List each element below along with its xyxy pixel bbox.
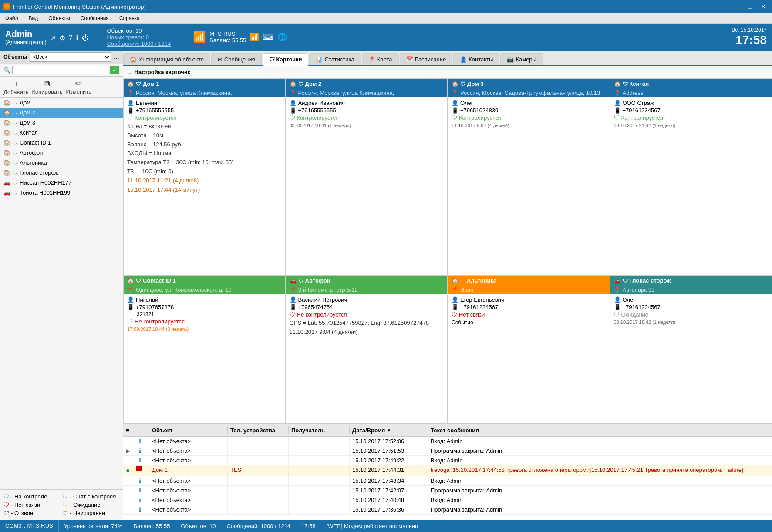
search-input[interactable]: [12, 66, 108, 74]
msg-datetime: 15.10.2017 17:43:34: [350, 476, 428, 485]
minimize-btn[interactable]: —: [731, 3, 742, 10]
sidebar-item-ksital[interactable]: 🏠 🛡 Кситал: [0, 128, 123, 138]
msg-row-6[interactable]: ℹ <Нет объекта> 15.10.2017 17:42:07 Прог…: [123, 486, 772, 495]
card-dom3-addr-text: Россия, Москва, Садова-Триумфальная улиц…: [460, 90, 600, 96]
msg-object: <Нет объекта>: [149, 456, 228, 465]
provider-name: MTS-RUS: [209, 30, 246, 37]
sidebar-item-dom2[interactable]: 🏠 🛡 Дом 2: [0, 108, 123, 118]
msg-row-4[interactable]: ● Дом 1 TEST 15.10.2017 17:44:31 trevoga…: [123, 465, 772, 476]
shield-icon: 🛡: [298, 81, 303, 87]
shield-status-icon: 🛡: [614, 114, 620, 121]
legend-waiting: 🛡 - Ожидание: [62, 502, 119, 508]
card-altonika: 🏠 ⚠ Альтоника 📍 Иван 👤 Егор Евгеньевич: [448, 275, 610, 424]
info-icon[interactable]: ℹ: [76, 34, 78, 42]
col-text: Текст сообщения: [428, 426, 772, 434]
logout-icon[interactable]: ↗: [50, 34, 56, 42]
card-dom1-addr: 📍 Россия, Москва, улица Климашкина,: [124, 89, 285, 97]
tab-stats[interactable]: 📊 Статистика: [309, 53, 361, 65]
msg-phone: [228, 486, 289, 495]
msg-row-2[interactable]: ▶ ℹ <Нет объекта> 15.10.2017 17:51:53 Пр…: [123, 446, 772, 456]
msg-row-5[interactable]: ℹ <Нет объекта> 15.10.2017 17:43:34 Вход…: [123, 476, 772, 486]
msg-row-3[interactable]: ℹ <Нет объекта> 15.10.2017 17:49:22 Вход…: [123, 456, 772, 465]
msg-red-square: [136, 466, 142, 471]
tab-map[interactable]: 📍 Карта: [362, 53, 399, 65]
card-avtofon-header: 🚗 🛡 Автофон: [286, 276, 448, 286]
msg-row-7[interactable]: ℹ <Нет объекта> 15.10.2017 17:40:48 Вход…: [123, 495, 772, 505]
status-icon: 🛡: [12, 159, 18, 166]
item-label: Ниссан H002НН177: [20, 179, 71, 186]
home-icon: 🏠: [452, 277, 458, 284]
edit-button[interactable]: ✏ Изменить: [66, 79, 91, 95]
card-ksital-phone: 📱 +79161234567: [614, 107, 769, 114]
globe-icon: 🌐: [277, 32, 287, 42]
menu-file[interactable]: Файл: [3, 14, 20, 22]
status-messages: Сообщений: 1000 / 1214: [221, 520, 296, 532]
menu-view[interactable]: Вид: [27, 14, 40, 22]
sidebar-item-glonas[interactable]: 🏠 🛡 Глонас сторож: [0, 168, 123, 178]
tab-cards[interactable]: 🛡 Карточки: [263, 53, 309, 66]
card-glonas-header: 🚗 🛡 Глонас сторож: [610, 276, 772, 286]
close-btn[interactable]: ✕: [758, 3, 769, 10]
tab-messages-icon: ✉: [218, 56, 222, 63]
status-icon: 🛡: [12, 119, 18, 126]
msg-text: Вход: Admin: [428, 476, 772, 485]
card-glonas-status-text: Ожидание: [621, 311, 649, 318]
sidebar-item-avtofon[interactable]: 🏠 🛡 Автофон: [0, 148, 123, 158]
date-detail: 11.10.2017 9:04 (4 дня/ей): [290, 328, 444, 337]
card-dom2-phone-num: +79165555555: [298, 107, 336, 114]
add-button[interactable]: ＋ Добавить: [3, 78, 28, 95]
col-phone: Тел. устройства: [228, 426, 289, 434]
sidebar-item-altonika[interactable]: 🏠 🛡 Альтоника: [0, 158, 123, 168]
pin-icon: 📍: [614, 286, 621, 293]
legend: 🛡 - На контроле 🛡 - Снят с контроля 🛡 - …: [0, 489, 123, 520]
msg-object: <Нет объекта>: [149, 476, 228, 485]
maximize-btn[interactable]: □: [746, 3, 755, 10]
copy-button[interactable]: ⧉ Копировать: [32, 79, 62, 95]
sidebar-item-contactid1[interactable]: 🏠 🛡 Contact ID 1: [0, 138, 123, 148]
sidebar-item-toyota[interactable]: 🚗 🛡 Тойота H001НН199: [0, 188, 123, 198]
card-avtofon: 🚗 🛡 Автофон 📍 3-й Километр, стр.5/12 👤 В…: [286, 275, 448, 424]
title-bar: 🔶 Frontier Central Monitoring Station (А…: [0, 0, 772, 13]
tab-cameras[interactable]: 📷 Камеры: [500, 53, 543, 65]
menu-messages[interactable]: Сообщения: [79, 14, 111, 22]
card-avtofon-addr: 📍 3-й Километр, стр.5/12: [286, 286, 448, 294]
messages-count[interactable]: Сообщений: 1000 / 1214: [107, 40, 171, 47]
card-contactid1-header: 🏠 🛡 Contact ID 1: [124, 276, 285, 286]
sidebar-item-dom3[interactable]: 🏠 🛡 Дом 3: [0, 118, 123, 128]
sidebar-filter-select[interactable]: <Все>: [30, 52, 111, 62]
card-dom3-date: 11.10.2017 9:04 (4 дня/ей): [452, 123, 606, 128]
card-dom2-contact-name: Андрей Иванович: [298, 100, 345, 106]
sidebar-more-btn[interactable]: ...: [114, 53, 119, 61]
tab-schedule-label: Расписание: [415, 56, 446, 63]
msg-row-8[interactable]: ℹ <Нет объекта> 15.10.2017 17:36:36 Прог…: [123, 505, 772, 515]
card-dom2-addr: 📍 Россия, Москва, улица Климашкина,: [286, 89, 448, 97]
card-altonika-event: Событие =: [452, 320, 606, 326]
help-icon[interactable]: ?: [69, 34, 73, 42]
msg-expand[interactable]: ▶: [123, 446, 136, 455]
phone-icon: 📱: [127, 107, 134, 114]
phone-icon: 📱: [614, 107, 621, 114]
msg-icon2: ℹ: [136, 476, 149, 485]
msg-datetime: 15.10.2017 17:44:31: [350, 465, 428, 476]
tab-cameras-label: Камеры: [516, 56, 536, 63]
sidebar-search: 🔍 ✓: [0, 64, 123, 77]
tab-info[interactable]: 🏠 Информация об объекте: [123, 53, 210, 65]
card-glonas-addr-text: Автопарк 31: [623, 286, 655, 293]
tab-schedule[interactable]: 📅 Расписание: [400, 53, 453, 65]
tab-messages[interactable]: ✉ Сообщения: [211, 53, 262, 65]
menu-help[interactable]: Справка: [118, 14, 142, 22]
settings-icon[interactable]: ⚙: [59, 34, 65, 42]
sidebar-item-nissan[interactable]: 🚗 🛡 Ниссан H002НН177: [0, 178, 123, 188]
tab-contacts[interactable]: 👤 Контакты: [453, 53, 499, 65]
sidebar-item-dom1[interactable]: 🏠 🛡 Дом 1: [0, 98, 123, 108]
power-icon[interactable]: ⏻: [82, 34, 89, 42]
new-alarms[interactable]: Новых тревог: 0: [107, 34, 171, 40]
search-button[interactable]: ✓: [110, 66, 119, 74]
card-dom1-addr-text: Россия, Москва, улица Климашкина,: [136, 90, 232, 96]
menu-objects[interactable]: Объекты: [47, 14, 72, 22]
tab-stats-label: Статистика: [324, 56, 354, 63]
card-dom3-phone: 📱 +79651024830: [452, 107, 606, 114]
msg-row-1[interactable]: ℹ <Нет объекта> 15.10.2017 17:52:06 Вход…: [123, 437, 772, 446]
card-dom3-status: 🛡 Контролируется: [452, 114, 606, 121]
pin-icon: 📍: [452, 286, 458, 293]
